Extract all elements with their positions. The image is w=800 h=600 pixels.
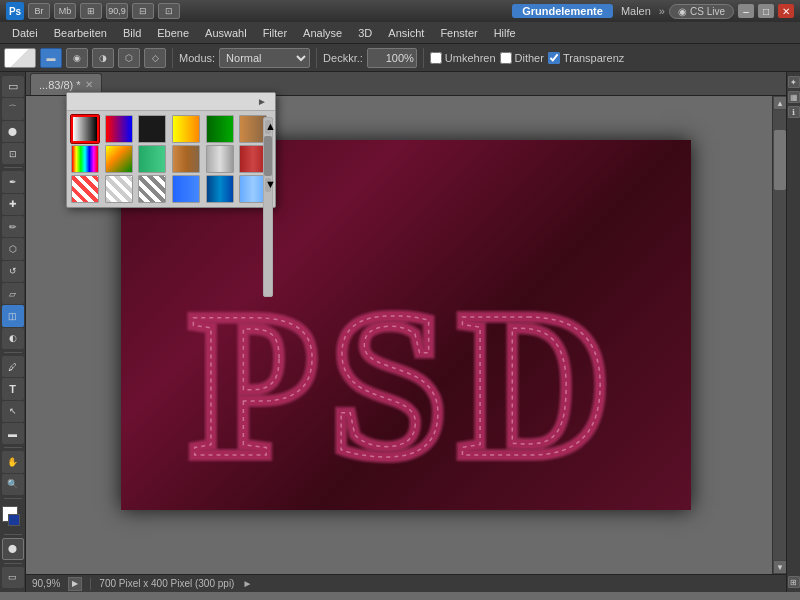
eraser-tool[interactable]: ▱ <box>2 283 24 304</box>
gradient-picker-popup: ► ▲ ▼ <box>66 92 276 208</box>
gradient-swatch-10[interactable] <box>206 145 234 173</box>
menu-ebene[interactable]: Ebene <box>149 25 197 41</box>
gradient-swatch-4[interactable] <box>206 115 234 143</box>
left-toolbar: ▭ ⌒ ⬤ ⊡ ✒ ✚ ✏ ⬡ ↺ ▱ ◫ ◐ 🖊 T ↖ ▬ ✋ 🔍 ⬤ ▭ <box>0 72 26 592</box>
histogram-btn[interactable]: ▦ <box>788 91 800 103</box>
history-tool[interactable]: ↺ <box>2 261 24 282</box>
tab-close-btn[interactable]: ✕ <box>85 79 93 90</box>
compass-btn[interactable]: ✦ <box>788 76 800 88</box>
workspace-label[interactable]: Grundelemente <box>512 4 613 18</box>
sep-tool-6 <box>4 563 22 564</box>
opacity-input[interactable] <box>367 48 417 68</box>
menu-hilfe[interactable]: Hilfe <box>486 25 524 41</box>
dither-checkbox[interactable] <box>500 52 512 64</box>
gradient-tool[interactable]: ◫ <box>2 305 24 326</box>
menu-bearbeiten[interactable]: Bearbeiten <box>46 25 115 41</box>
zoom-tool[interactable]: 🔍 <box>2 474 24 495</box>
color-group <box>2 506 24 529</box>
gradient-swatch-1[interactable] <box>105 115 133 143</box>
clone-tool[interactable]: ⬡ <box>2 238 24 259</box>
gradient-picker-menu-btn[interactable]: ► <box>253 95 271 108</box>
radial-gradient-btn[interactable]: ◉ <box>66 48 88 68</box>
scroll-down-btn[interactable]: ▼ <box>773 560 786 574</box>
transparency-checkbox[interactable] <box>548 52 560 64</box>
quickselect-tool[interactable]: ⬤ <box>2 121 24 142</box>
eyedropper-tool[interactable]: ✒ <box>2 171 24 192</box>
gradient-swatch-16[interactable] <box>206 175 234 203</box>
arrange-btn[interactable]: ⊡ <box>158 3 180 19</box>
extend-btn[interactable]: » <box>659 5 665 17</box>
hand-tool[interactable]: ✋ <box>2 451 24 472</box>
zoom-display[interactable]: 90,9 <box>106 3 128 19</box>
br-icon-btn[interactable]: Br <box>28 3 50 19</box>
status-sep <box>90 578 91 590</box>
menu-3d[interactable]: 3D <box>350 25 380 41</box>
pathselect-tool[interactable]: ↖ <box>2 401 24 422</box>
linear-gradient-btn[interactable]: ▬ <box>40 48 62 68</box>
menu-bild[interactable]: Bild <box>115 25 149 41</box>
close-button[interactable]: ✕ <box>778 4 794 18</box>
zoom-level: 90,9% <box>32 578 60 589</box>
shape-tool[interactable]: ▬ <box>2 423 24 444</box>
brush-tool[interactable]: ✏ <box>2 216 24 237</box>
crop-tool[interactable]: ⊡ <box>2 143 24 164</box>
menu-analyse[interactable]: Analyse <box>295 25 350 41</box>
canvas-scrollbar-v[interactable]: ▲ ▼ <box>772 96 786 574</box>
minimize-button[interactable]: – <box>738 4 754 18</box>
gp-scroll-up[interactable]: ▲ <box>265 120 271 134</box>
lasso-tool[interactable]: ⌒ <box>2 98 24 119</box>
view-btn[interactable]: ⊟ <box>132 3 154 19</box>
gradient-swatch-0[interactable] <box>71 115 99 143</box>
gradient-picker-scrollbar[interactable]: ▲ ▼ <box>263 117 273 297</box>
gradient-swatch-6[interactable] <box>71 145 99 173</box>
angle-gradient-btn[interactable]: ◑ <box>92 48 114 68</box>
blend-mode-select[interactable]: Normal Auflösen Abdunkeln Multiplizieren <box>219 48 310 68</box>
menu-ansicht[interactable]: Ansicht <box>380 25 432 41</box>
menu-auswahl[interactable]: Auswahl <box>197 25 255 41</box>
info-btn[interactable]: ℹ <box>788 106 800 118</box>
reflected-gradient-btn[interactable]: ⬡ <box>118 48 140 68</box>
scroll-thumb[interactable] <box>774 130 786 190</box>
cs-live-btn[interactable]: ◉ CS Live <box>669 4 734 19</box>
gradient-swatch-14[interactable] <box>138 175 166 203</box>
opacity-label: Deckkr.: <box>323 52 363 64</box>
menu-datei[interactable]: Datei <box>4 25 46 41</box>
cs-live-label: CS Live <box>690 6 725 17</box>
gradient-swatch-2[interactable] <box>138 115 166 143</box>
quick-mask-btn[interactable]: ⬤ <box>2 538 24 559</box>
status-zoom-btn[interactable]: ▶ <box>68 577 82 591</box>
maximize-button[interactable]: □ <box>758 4 774 18</box>
gradient-preview[interactable] <box>4 48 36 68</box>
layers-btn[interactable]: ⊞ <box>788 576 800 588</box>
gradient-swatch-8[interactable] <box>138 145 166 173</box>
mb-icon-btn[interactable]: Mb <box>54 3 76 19</box>
screen-mode-btn[interactable]: ▭ <box>2 567 24 588</box>
menu-fenster[interactable]: Fenster <box>432 25 485 41</box>
gradient-picker-header: ► <box>67 93 275 111</box>
dodge-tool[interactable]: ◐ <box>2 328 24 349</box>
scroll-up-btn[interactable]: ▲ <box>773 96 786 110</box>
app-icon: Ps <box>6 2 24 20</box>
gradient-swatch-7[interactable] <box>105 145 133 173</box>
gradient-swatch-12[interactable] <box>71 175 99 203</box>
gp-scroll-thumb[interactable] <box>264 136 272 176</box>
scroll-track[interactable] <box>773 110 786 560</box>
text-tool[interactable]: T <box>2 378 24 399</box>
cs-live-icon: ◉ <box>678 6 687 17</box>
diamond-gradient-btn[interactable]: ◇ <box>144 48 166 68</box>
menu-filter[interactable]: Filter <box>255 25 295 41</box>
gp-scroll-down[interactable]: ▼ <box>265 178 271 192</box>
pen-tool[interactable]: 🖊 <box>2 356 24 377</box>
background-color[interactable] <box>8 514 20 526</box>
gradient-swatch-9[interactable] <box>172 145 200 173</box>
sep-tool-2 <box>4 352 22 353</box>
layout-btn[interactable]: ⊞ <box>80 3 102 19</box>
heal-tool[interactable]: ✚ <box>2 194 24 215</box>
gradient-swatch-3[interactable] <box>172 115 200 143</box>
status-bar: 90,9% ▶ 700 Pixel x 400 Pixel (300 ppi) … <box>26 574 786 592</box>
gradient-swatch-13[interactable] <box>105 175 133 203</box>
status-arrow[interactable]: ► <box>242 578 252 589</box>
marquee-tool[interactable]: ▭ <box>2 76 24 97</box>
gradient-swatch-15[interactable] <box>172 175 200 203</box>
invert-checkbox[interactable] <box>430 52 442 64</box>
